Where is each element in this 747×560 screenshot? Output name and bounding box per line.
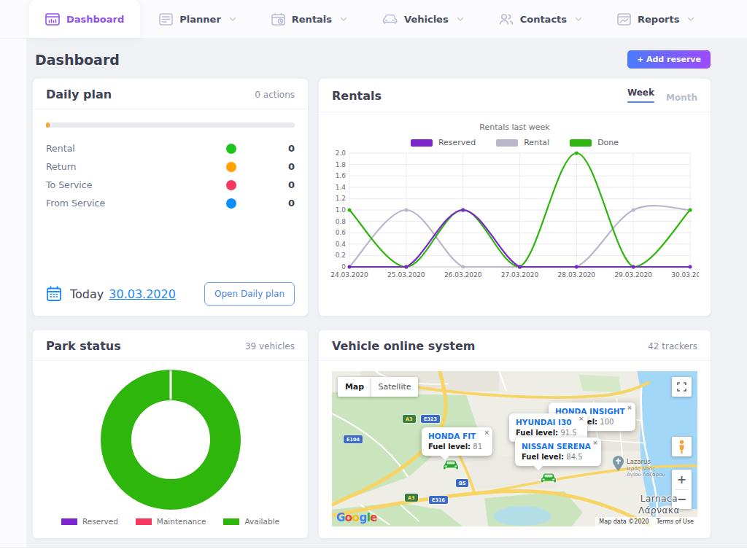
legend-item: Reserved [411,138,476,147]
svg-text:0.4: 0.4 [336,241,347,248]
svg-text:30.03.2020: 30.03.2020 [671,271,699,279]
park-status-legend: ReservedMaintenanceAvailable [61,517,279,526]
nav-tab-planner[interactable]: Planner [143,0,252,38]
nav-tab-contacts[interactable]: Contacts [483,0,598,38]
vehicle-marker-green[interactable] [441,459,460,475]
fullscreen-button[interactable] [672,377,692,397]
svg-text:1.4: 1.4 [336,184,347,191]
google-logo: Google [336,511,377,524]
dashboard-icon [45,13,60,26]
status-dot [226,144,236,154]
legend-item: Reserved [61,517,118,526]
map-type-button[interactable]: Map [338,377,371,397]
google-map[interactable]: A3 E323 E104 B5 A3 E316 Lazarus Ιερός Να… [332,371,697,526]
chevron-down-icon [575,17,582,21]
legend-swatch [411,139,433,147]
vehicle-tooltip-honda-fit: × HONDA FIT Fuel level: 81 [422,427,492,456]
status-dot [226,162,236,172]
status-dot [226,180,236,190]
chevron-down-icon [340,17,347,21]
nav-tab-dashboard[interactable]: Dashboard [29,0,140,38]
rentals-line-chart: 24.03.202025.03.202026.03.202027.03.2020… [330,149,699,281]
legend-swatch [136,518,152,525]
close-icon[interactable]: × [627,403,632,413]
chevron-down-icon [457,17,464,21]
card-title: Park status [46,339,121,353]
status-dot [226,198,236,209]
list-item: Rental 0 [46,139,295,158]
row-value: 0 [283,179,295,190]
row-label: From Service [46,198,226,209]
vehicle-online-card: Vehicle online system 42 trackers [319,330,711,538]
road-badge: A3 [405,494,418,502]
list-item: To Service 0 [46,176,295,194]
svg-text:26.03.2020: 26.03.2020 [444,271,482,279]
svg-text:27.03.2020: 27.03.2020 [501,271,539,279]
today-date-link[interactable]: 30.03.2020 [109,287,176,301]
svg-text:2.0: 2.0 [336,149,347,157]
daily-plan-card: Daily plan 0 actions Rental 0 Return [33,79,308,316]
tab-week[interactable]: Week [627,88,654,104]
svg-text:28.03.2020: 28.03.2020 [558,271,596,279]
church-pin-icon [613,456,624,474]
nav-tab-label: Vehicles [404,14,449,25]
rentals-range-tabs: Week Month [627,88,697,104]
row-label: Return [46,161,226,172]
daily-progress-bar [46,122,295,128]
row-value: 0 [283,198,295,209]
map-data-text: Map data ©2020 [595,517,652,526]
road-badge: E316 [429,496,448,504]
road-badge: E104 [344,435,363,443]
progress-marker [46,122,50,128]
pegman-icon[interactable] [672,437,692,456]
road-badge: E323 [421,415,440,423]
map-attribution: Map data ©2020 Terms of Use [595,517,697,526]
legend-item: Available [223,517,279,526]
legend-swatch [496,139,518,147]
tab-month[interactable]: Month [666,93,697,104]
row-label: Rental [46,143,226,154]
svg-text:1.2: 1.2 [336,195,346,202]
svg-text:0.6: 0.6 [336,229,347,236]
open-daily-plan-button[interactable]: Open Daily plan [204,282,295,306]
actions-count: 0 actions [255,90,295,100]
planner-icon [159,13,173,26]
rentals-card: Rentals Week Month Rentals last week Res… [319,79,711,316]
daily-plan-rows: Rental 0 Return 0 To Service [46,139,295,212]
list-item: Return 0 [46,158,295,176]
svg-text:0: 0 [341,263,346,271]
close-icon[interactable]: × [592,438,598,448]
nav-tab-reports[interactable]: Reports [601,0,711,38]
nav-tab-label: Contacts [520,14,567,25]
svg-text:1.0: 1.0 [336,206,347,214]
chevron-down-icon [687,17,694,21]
nav-tab-label: Planner [179,14,221,25]
zoom-in-button[interactable]: + [672,470,692,489]
vehicle-marker-green[interactable] [539,472,558,488]
trackers-count: 42 trackers [648,341,697,351]
row-value: 0 [283,143,295,154]
chevron-down-icon [229,17,236,21]
legend-item: Rental [496,138,549,147]
nav-tab-label: Dashboard [66,14,124,25]
nav-tab-rentals[interactable]: Rentals [255,0,363,38]
close-icon[interactable]: × [484,428,489,438]
svg-text:0.2: 0.2 [336,252,346,259]
satellite-type-button[interactable]: Satellite [371,377,418,397]
close-icon[interactable]: × [578,414,584,424]
list-item: From Service 0 [46,194,295,212]
svg-text:24.03.2020: 24.03.2020 [330,271,368,279]
add-reserve-button[interactable]: + Add reserve [627,50,711,69]
terms-of-use-link[interactable]: Terms of Use [653,517,697,526]
svg-text:25.03.2020: 25.03.2020 [387,271,425,279]
vehicles-count: 39 vehicles [245,341,295,351]
legend-swatch [61,518,77,525]
left-gutter [0,39,26,547]
vehicle-tooltip-nissan-serena: × NISSAN SERENA Fuel level: 84.5 [515,438,601,466]
nav-tab-vehicles[interactable]: Vehicles [366,0,480,38]
legend-item: Done [570,138,619,147]
city-label: Larnaca Λάρνακα [638,494,680,516]
page-title: Dashboard [35,52,120,68]
road-badge: B5 [456,479,468,487]
poi-label: Lazarus Ιερός Ναός Αγίου Λαζάρου [627,458,665,478]
